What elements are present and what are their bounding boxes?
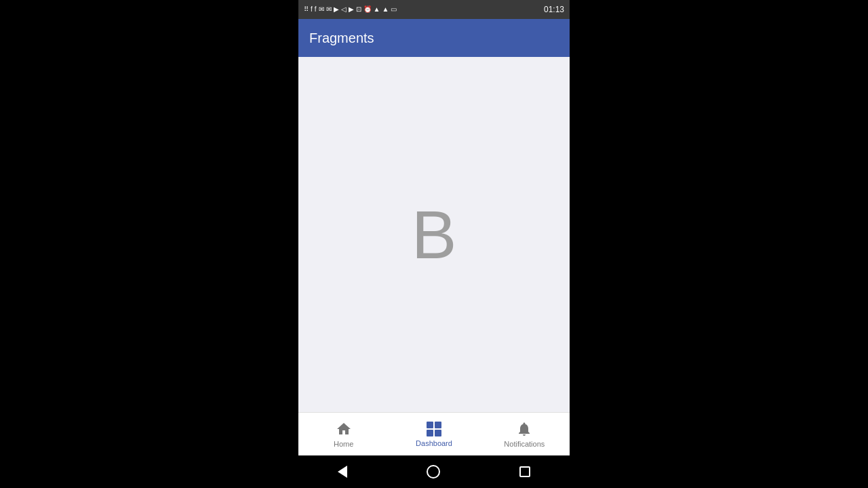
bottom-nav: Home Dashboard Notifications bbox=[298, 412, 570, 455]
status-icons-left: ⠿ f f ✉ ✉ ▶ ◁ ▶ ⊡ ⏰ ▲ ▲ ▭ bbox=[304, 6, 397, 13]
app-title: Fragments bbox=[309, 30, 374, 46]
status-bar: ⠿ f f ✉ ✉ ▶ ◁ ▶ ⊡ ⏰ ▲ ▲ ▭ 01:13 bbox=[298, 0, 570, 19]
status-icon-cast: ⊡ bbox=[356, 6, 361, 13]
status-icon-signal: ▲ bbox=[382, 6, 389, 13]
status-icon-nav: ◁ bbox=[341, 6, 347, 13]
grid-cell-1 bbox=[427, 422, 433, 428]
main-content: B bbox=[298, 57, 570, 412]
status-icon-fb2: f bbox=[315, 6, 317, 13]
status-icon-yt: ▶ bbox=[349, 6, 354, 13]
tab-home-label: Home bbox=[334, 440, 353, 448]
status-icon-video: ▶ bbox=[334, 6, 339, 13]
status-icon-fb1: f bbox=[311, 6, 313, 13]
home-button[interactable] bbox=[427, 465, 440, 479]
app-bar: Fragments bbox=[298, 19, 570, 57]
recent-button[interactable] bbox=[519, 466, 530, 477]
home-icon bbox=[336, 421, 352, 437]
bell-icon bbox=[516, 421, 532, 437]
status-icon-battery: ▭ bbox=[391, 6, 397, 13]
grid-cell-4 bbox=[435, 430, 441, 436]
status-icon-alarm: ⏰ bbox=[363, 6, 372, 13]
tab-home[interactable]: Home bbox=[298, 415, 389, 453]
tab-notifications-label: Notifications bbox=[504, 440, 545, 448]
grid-cell-3 bbox=[427, 430, 433, 436]
back-button[interactable] bbox=[338, 466, 347, 478]
status-icon-gmail1: ✉ bbox=[319, 6, 324, 13]
grid-cell-2 bbox=[435, 422, 441, 428]
phone-frame: ⠿ f f ✉ ✉ ▶ ◁ ▶ ⊡ ⏰ ▲ ▲ ▭ 01:13 Fragment… bbox=[298, 0, 570, 488]
tab-notifications[interactable]: Notifications bbox=[479, 415, 570, 453]
tab-dashboard-label: Dashboard bbox=[416, 439, 452, 447]
dashboard-icon bbox=[427, 422, 441, 436]
status-time: 01:13 bbox=[544, 5, 564, 14]
status-icon-gmail2: ✉ bbox=[326, 6, 332, 13]
status-icon-menu: ⠿ bbox=[304, 6, 309, 13]
system-nav bbox=[298, 455, 570, 488]
tab-dashboard[interactable]: Dashboard bbox=[389, 416, 479, 453]
status-icon-wifi: ▲ bbox=[374, 6, 380, 13]
center-letter: B bbox=[412, 201, 457, 268]
